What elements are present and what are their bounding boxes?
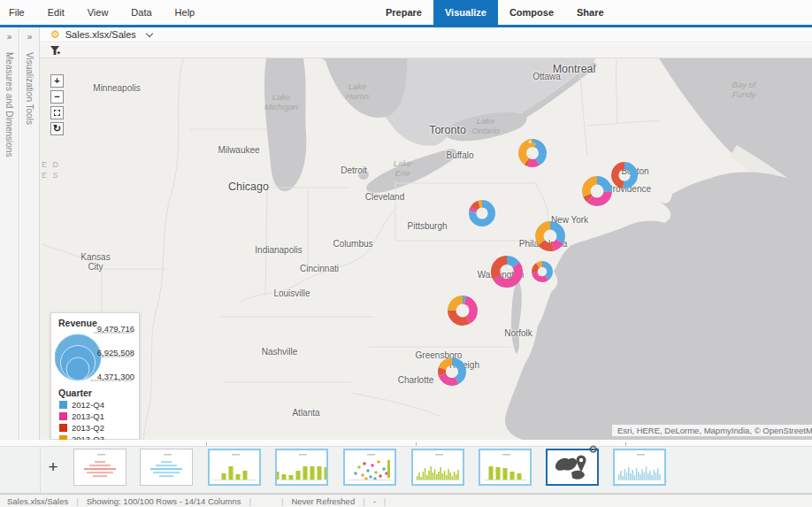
main-tabs: PrepareVisualizeComposeShare (374, 0, 616, 25)
menu-help[interactable]: Help (175, 7, 195, 18)
map-legend: Revenue 9,479,716 6,925,508 4,371,300 Qu… (50, 312, 140, 440)
box-zoom-icon (54, 110, 60, 116)
map-reset-button[interactable]: ↻ (50, 122, 64, 135)
map-donut-chart[interactable] (438, 357, 466, 389)
status-item: Sales.xlsx/Sales (7, 496, 68, 506)
gallery-item-bars[interactable] (479, 449, 532, 486)
panel-label: Visualization Tools (25, 52, 34, 125)
geo-map-canvas[interactable]: MinneapolisMilwaukeeChicagoDetroitClevel… (40, 58, 812, 440)
chevron-down-icon[interactable] (146, 29, 153, 36)
status-item: Showing: 100/100 Rows - 14/14 Columns (87, 496, 241, 506)
legend-size-value: 9,479,716 (97, 324, 134, 334)
map-donut-chart[interactable] (582, 176, 612, 210)
map-zoom-controls: +−↻ (50, 74, 64, 135)
menu-view[interactable]: View (88, 7, 109, 18)
panel-measures-and-dimensions[interactable]: » Measures and Dimensions (0, 27, 19, 440)
gallery-item-bars[interactable] (275, 449, 328, 486)
expand-panel-icon[interactable]: » (0, 32, 19, 42)
legend-size-value: 6,925,508 (97, 348, 134, 357)
gallery-item-hist[interactable] (613, 449, 666, 486)
menu-items: FileEditViewDataHelp (9, 0, 195, 25)
status-bar: Sales.xlsx/Sales|Showing: 100/100 Rows -… (0, 494, 812, 507)
legend-quarter-item: 2013-Q1 (59, 411, 104, 421)
gallery-item-tagcloud[interactable] (73, 449, 126, 486)
dataset-title[interactable]: Sales.xlsx/Sales (65, 29, 136, 40)
visualization-gallery: + ⚙ (0, 447, 812, 494)
map-zoom-in-button[interactable]: + (50, 74, 64, 88)
panel-label: Measures and Dimensions (4, 52, 14, 157)
map-donut-chart[interactable] (491, 256, 523, 291)
status-item: - (373, 496, 376, 506)
legend-swatch (59, 424, 67, 432)
legend-quarter-label: 2013-Q2 (72, 423, 104, 433)
filter-toolbar (40, 43, 812, 58)
map-donut-chart[interactable] (469, 200, 495, 230)
status-item: Never Refreshed (291, 496, 355, 506)
map-donut-chart[interactable] (535, 221, 565, 255)
dataset-icon: ⚙ (50, 29, 60, 40)
map-donut-chart[interactable] (532, 261, 553, 286)
gallery-item-bars[interactable] (208, 449, 261, 486)
gallery-item-tagcloud[interactable] (140, 449, 193, 486)
map-donut-chart[interactable] (448, 296, 478, 329)
gallery-ruler (0, 440, 812, 447)
legend-quarter-label: 2013-Q1 (72, 411, 104, 421)
legend-quarter-item: 2013-Q2 (59, 423, 104, 433)
legend-quarter-item: 2012-Q4 (59, 400, 104, 410)
gallery-item-geo[interactable]: ⚙ (546, 449, 599, 486)
tab-compose[interactable]: Compose (498, 0, 565, 25)
expand-panel-icon[interactable]: » (20, 32, 39, 42)
legend-color-title: Quarter (58, 388, 92, 398)
map-donut-chart[interactable] (611, 162, 638, 192)
legend-swatch (59, 412, 67, 420)
add-visualization-button[interactable]: + (43, 457, 63, 477)
menu-file[interactable]: File (9, 7, 25, 18)
app-window: FileEditViewDataHelp PrepareVisualizeCom… (0, 0, 812, 507)
map-box-zoom-button[interactable] (50, 106, 64, 119)
gallery-item-scatter[interactable] (343, 449, 396, 486)
legend-quarter-label: 2012-Q4 (72, 400, 104, 410)
menu-data[interactable]: Data (131, 7, 151, 18)
dataset-bar: ⚙ Sales.xlsx/Sales (40, 27, 812, 42)
basemap (40, 58, 812, 440)
tab-visualize[interactable]: Visualize (433, 0, 498, 25)
tab-prepare[interactable]: Prepare (374, 0, 433, 25)
panel-visualization-tools[interactable]: » Visualization Tools (20, 27, 40, 440)
gallery-item-hist[interactable] (411, 449, 464, 486)
map-donut-chart[interactable] (518, 139, 547, 171)
legend-size-value: 4,371,300 (97, 372, 134, 381)
menu-bar: FileEditViewDataHelp PrepareVisualizeCom… (0, 0, 812, 25)
map-attribution: Esri, HERE, DeLorme, MapmyIndia, © OpenS… (612, 425, 812, 436)
menu-edit[interactable]: Edit (48, 7, 65, 18)
legend-swatch (59, 401, 67, 409)
map-zoom-out-button[interactable]: − (50, 90, 64, 104)
gear-icon[interactable]: ⚙ (588, 444, 598, 455)
filter-icon[interactable] (50, 45, 61, 57)
tab-share[interactable]: Share (565, 0, 616, 25)
